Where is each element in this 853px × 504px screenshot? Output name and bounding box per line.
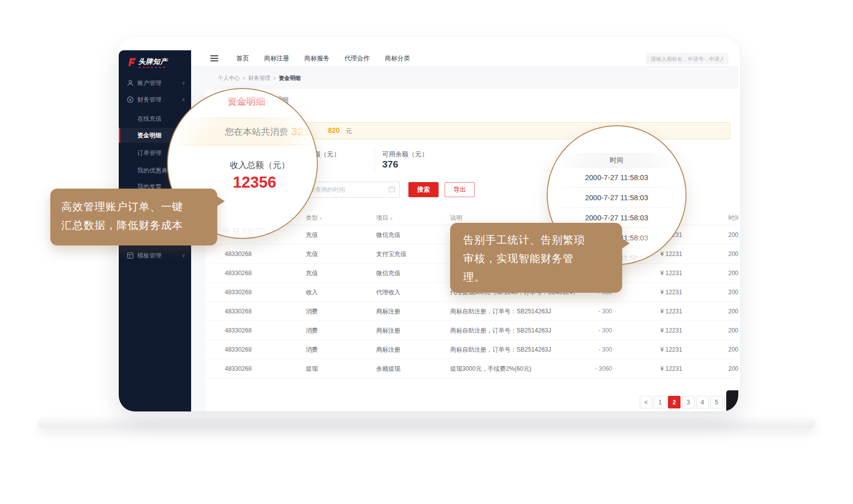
cell-order: 48330268 [225, 346, 251, 353]
cell-amount: - 3060 [552, 365, 612, 372]
cell-balance: ¥ 12231 [660, 270, 682, 277]
sidebar-item-label: 订单管理 [137, 149, 161, 157]
cell-desc: 提现3000元，手续费2%(60元) [450, 364, 531, 373]
cell-project: 商标注册 [376, 345, 400, 354]
finance-coin-icon [127, 96, 134, 103]
table-row: 48330268 提现 余额提现 提现3000元，手续费2%(60元) - 30… [205, 359, 738, 378]
cell-time: 2000-7-27 11:58:03 [728, 270, 738, 277]
cell-project: 商标注册 [376, 326, 400, 334]
pagination-pages: 12345 [654, 396, 723, 408]
cell-order: 48330268 [225, 365, 251, 372]
sidebar-item-label: 在线充值 [137, 115, 161, 123]
cell-project: 微信充值 [376, 230, 400, 239]
cell-project: 余额提现 [376, 364, 400, 373]
callout-text-line: 告别手工统计、告别繁琐 [463, 230, 622, 249]
cell-desc: 商标自助注册，订单号：SB2514263J [450, 345, 551, 354]
top-navbar: 首页商标注册商标服务代理合作商标分类 [191, 50, 738, 67]
cell-balance: ¥ 12231 [660, 365, 682, 372]
magnified-time-row: 2000-7-27 11:58:03 [548, 167, 686, 188]
chevron-up-icon: ∧ [182, 97, 185, 102]
cell-amount: - 300 [552, 327, 612, 334]
stat-balance-label: 可用余额（元） [382, 150, 428, 159]
callout-text-line: 高效管理账户订单、一键 [61, 197, 217, 216]
banner-unit: 元 [346, 127, 352, 136]
sort-caret-icon[interactable]: ∨ [319, 216, 322, 221]
search-button[interactable]: 搜索 [408, 182, 439, 197]
magnified-time-header: 时间 [548, 153, 686, 167]
cell-type: 消费 [306, 307, 318, 315]
breadcrumb-part[interactable]: 个人中心 [218, 75, 240, 81]
table-row: 48330268 消费 商标注册 商标自助注册，订单号：SB2514263J -… [205, 321, 738, 340]
calendar-icon[interactable] [389, 187, 395, 192]
nav-menu-item[interactable]: 商标分类 [385, 54, 410, 63]
chevron-down-icon: ∨ [182, 253, 185, 258]
sidebar-item-account[interactable]: 账户管理 ∨ [119, 75, 191, 91]
pagination: < 12345 > [640, 396, 737, 408]
sidebar-item-label: 账户管理 [137, 79, 161, 88]
nav-menu-item[interactable]: 首页 [236, 54, 249, 63]
cell-order: 48330268 [225, 327, 251, 334]
header-project: 项目∨ [376, 214, 393, 222]
callout-text-line: 审核，实现智能财务管 [463, 249, 622, 268]
pagination-page[interactable]: 5 [710, 396, 723, 408]
hamburger-menu-icon[interactable] [210, 55, 218, 61]
logo-text: 头牌知产 [138, 57, 167, 66]
cell-time: 2000-7-27 11:58:03 [728, 250, 738, 258]
callout-pointer [621, 238, 635, 249]
cell-balance: ¥ 12231 [660, 327, 682, 334]
nav-menu: 首页商标注册商标服务代理合作商标分类 [236, 50, 410, 67]
table-row: 48330268 消费 商标注册 商标自助注册，订单号：SB2514263J -… [205, 340, 738, 359]
breadcrumb-current: 资金明细 [279, 75, 301, 81]
nav-menu-item[interactable]: 商标注册 [264, 54, 289, 63]
pagination-prev[interactable]: < [640, 396, 652, 408]
cell-amount: - 300 [552, 308, 612, 315]
export-button[interactable]: 导出 [445, 182, 475, 197]
logo-subtext-dashes [139, 67, 167, 68]
pagination-page[interactable]: 4 [696, 396, 709, 408]
cell-desc: 商标自助注册，订单号：SB2514263J [450, 326, 551, 334]
pagination-page[interactable]: 3 [682, 396, 695, 408]
cell-project: 代理收入 [376, 288, 400, 296]
breadcrumb-part[interactable]: 财务管理 [248, 75, 270, 81]
sidebar-item-label: 模板管理 [137, 251, 161, 260]
cell-time: 2000-7-27 11:58:03 [728, 365, 738, 372]
brand-flag-icon [127, 57, 136, 67]
banner-amount: 820 [328, 126, 339, 134]
sidebar-item-template[interactable]: 模板管理 ∨ [119, 248, 191, 263]
nav-menu-item[interactable]: 商标服务 [304, 54, 329, 63]
magnified-income-label: 收入总额（元） [230, 159, 290, 171]
callout-right: 告别手工统计、告别繁琐 审核，实现智能财务管 理。 [450, 223, 622, 293]
cell-amount: - 300 [552, 346, 612, 353]
floating-widget[interactable] [726, 390, 738, 411]
template-icon [127, 252, 134, 259]
header-desc: 说明 [450, 214, 462, 222]
cell-order: 48330268 [225, 308, 251, 315]
cell-type: 充值 [306, 249, 318, 258]
cell-order: 48330268 [225, 250, 251, 258]
nav-menu-item[interactable]: 代理合作 [345, 54, 370, 63]
trademark-search-input[interactable] [646, 53, 728, 64]
sort-caret-icon[interactable]: ∨ [390, 216, 393, 221]
cell-type: 收入 [306, 288, 318, 296]
table-row: 48330268 消费 商标注册 商标自助注册，订单号：SB2514263J -… [205, 302, 738, 321]
divider [375, 148, 375, 172]
cell-time: 2000-7-27 11:58:03 [728, 289, 738, 296]
marketing-screenshot: 头牌知产 账户管理 ∨ 财务管理 ∧ [0, 0, 853, 504]
breadcrumb-bar: 个人中心>财务管理>资金明细 [191, 67, 738, 89]
cell-project: 微信充值 [376, 269, 400, 277]
magnified-banner-label: 您在本站共消费 [225, 126, 288, 138]
cell-type: 提现 [306, 364, 318, 373]
pagination-page[interactable]: 1 [654, 396, 666, 408]
cell-balance: ¥ 12231 [660, 250, 682, 258]
cell-type: 充值 [306, 269, 318, 277]
sidebar-item-finance[interactable]: 财务管理 ∧ [119, 92, 191, 107]
callout-text-line: 理。 [463, 268, 622, 286]
cell-time: 2000-7-27 11:58:03 [728, 346, 738, 353]
pagination-page[interactable]: 2 [668, 396, 680, 408]
sidebar-item-label: 我的优惠券 [137, 166, 167, 175]
callout-left: 高效管理账户订单、一键 汇总数据，降低财务成本 [50, 189, 217, 245]
laptop-base [38, 417, 816, 429]
cell-type: 充值 [306, 230, 318, 239]
cell-balance: ¥ 12231 [660, 308, 682, 315]
cell-desc: 商标自助注册，订单号：SB2514263J [450, 307, 551, 315]
